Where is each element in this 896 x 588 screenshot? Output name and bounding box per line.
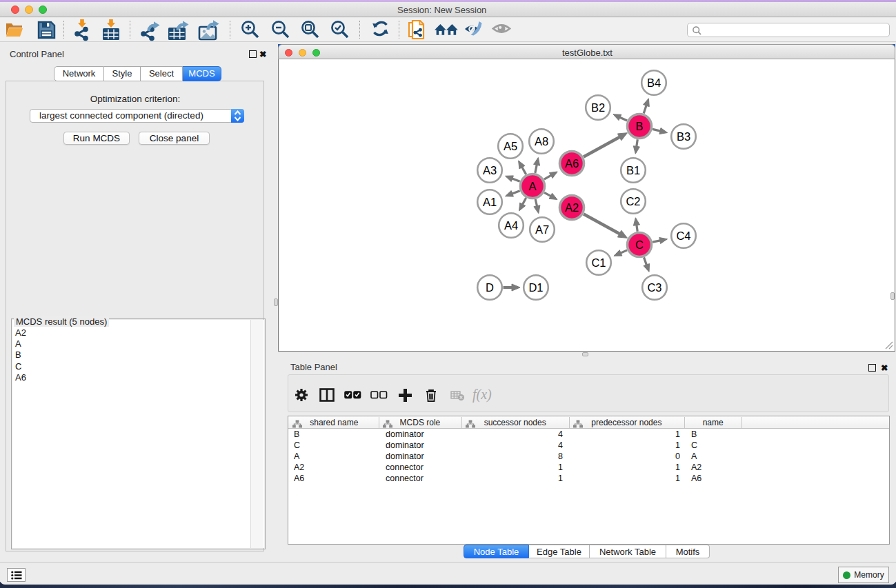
svg-text:A5: A5 — [504, 140, 517, 152]
svg-text:C2: C2 — [626, 195, 640, 207]
svg-text:A2: A2 — [565, 201, 579, 214]
svg-text:C1: C1 — [591, 256, 606, 269]
svg-text:A7: A7 — [535, 223, 549, 236]
svg-text:C4: C4 — [676, 230, 690, 242]
svg-text:A1: A1 — [483, 196, 497, 208]
svg-text:C3: C3 — [647, 281, 661, 294]
svg-text:C: C — [635, 239, 644, 251]
svg-text:B4: B4 — [647, 77, 661, 89]
svg-text:B1: B1 — [626, 164, 640, 176]
svg-text:A8: A8 — [535, 135, 548, 148]
svg-text:A: A — [528, 180, 536, 192]
svg-text:A6: A6 — [565, 157, 579, 170]
svg-text:A4: A4 — [504, 219, 518, 232]
svg-text:B2: B2 — [591, 101, 605, 114]
svg-text:D1: D1 — [528, 281, 543, 294]
svg-text:B: B — [635, 120, 643, 132]
svg-text:D: D — [486, 281, 494, 294]
svg-text:A3: A3 — [483, 164, 497, 176]
svg-text:B3: B3 — [677, 130, 690, 143]
